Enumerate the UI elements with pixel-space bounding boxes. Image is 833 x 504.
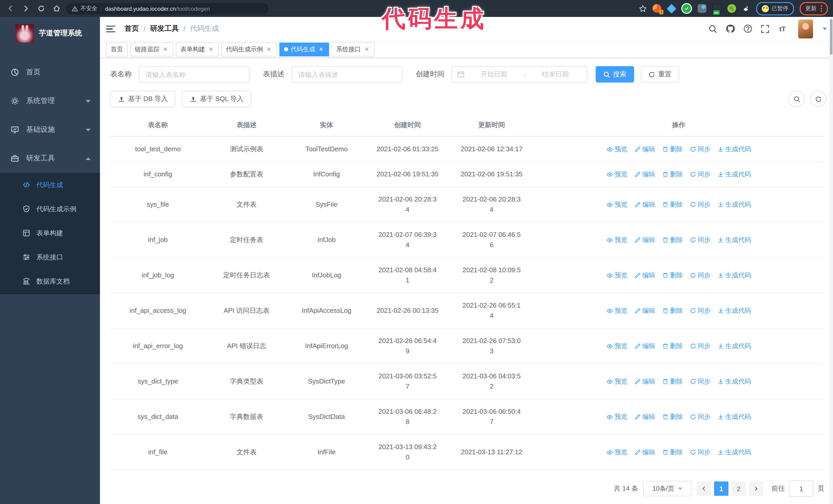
table-name-input[interactable] — [145, 70, 244, 79]
action-delete[interactable]: 删除 — [662, 144, 683, 154]
action-generate[interactable]: 生成代码 — [718, 306, 751, 316]
action-generate[interactable]: 生成代码 — [718, 199, 751, 210]
goto-page-input[interactable] — [789, 480, 813, 497]
close-icon[interactable]: ✕ — [208, 46, 214, 53]
sidebar-item-system[interactable]: 系统管理 — [0, 87, 100, 115]
action-delete[interactable]: 删除 — [662, 199, 683, 210]
action-edit[interactable]: 编辑 — [635, 199, 655, 210]
action-sync[interactable]: 同步 — [690, 235, 711, 245]
tag-codegen-demo[interactable]: 代码生成示例✕ — [221, 43, 277, 56]
action-generate[interactable]: 生成代码 — [718, 376, 751, 387]
action-generate[interactable]: 生成代码 — [718, 412, 751, 422]
toggle-search-button[interactable] — [788, 91, 805, 107]
action-edit[interactable]: 编辑 — [635, 306, 655, 316]
close-icon[interactable]: ✕ — [318, 46, 325, 53]
action-sync[interactable]: 同步 — [690, 447, 711, 457]
action-delete[interactable]: 删除 — [662, 447, 683, 457]
action-sync[interactable]: 同步 — [690, 341, 711, 351]
extensions-puzzle-icon[interactable] — [742, 4, 751, 13]
action-generate[interactable]: 生成代码 — [718, 341, 751, 351]
action-delete[interactable]: 删除 — [662, 306, 683, 316]
action-edit[interactable]: 编辑 — [635, 341, 655, 351]
tag-tracing[interactable]: 链路追踪✕ — [130, 43, 173, 56]
sidebar-item-system-api[interactable]: 系统接口 — [0, 245, 100, 269]
action-preview[interactable]: 预览 — [606, 144, 627, 154]
breadcrumb-home[interactable]: 首页 — [124, 24, 139, 33]
back-icon[interactable] — [6, 4, 14, 13]
fullscreen-icon[interactable] — [760, 24, 770, 34]
action-preview[interactable]: 预览 — [606, 306, 627, 316]
scrollbar-thumb[interactable] — [830, 19, 832, 55]
extension-icon-3[interactable] — [681, 3, 692, 14]
action-sync[interactable]: 同步 — [690, 144, 711, 154]
sidebar-item-codegen-demo[interactable]: 代码生成示例 — [0, 197, 100, 221]
sidebar-item-form-builder[interactable]: 表单构建 — [0, 221, 100, 245]
action-delete[interactable]: 删除 — [662, 169, 683, 179]
action-sync[interactable]: 同步 — [690, 199, 711, 210]
close-icon[interactable]: ✕ — [162, 46, 169, 53]
hamburger-icon[interactable] — [106, 24, 116, 34]
action-preview[interactable]: 预览 — [606, 270, 627, 281]
action-delete[interactable]: 删除 — [662, 341, 683, 351]
action-edit[interactable]: 编辑 — [635, 169, 655, 179]
action-delete[interactable]: 删除 — [662, 412, 683, 422]
action-delete[interactable]: 删除 — [662, 235, 683, 245]
sidebar-item-infra[interactable]: 基础设施 — [0, 115, 100, 144]
sidebar-item-home[interactable]: 首页 — [0, 58, 100, 87]
close-icon[interactable]: ✕ — [363, 46, 370, 53]
action-preview[interactable]: 预览 — [606, 235, 627, 245]
profile-paused-pill[interactable]: 已暂停 — [756, 2, 794, 15]
action-edit[interactable]: 编辑 — [635, 376, 655, 387]
action-delete[interactable]: 删除 — [662, 270, 683, 281]
prev-page-button[interactable] — [697, 481, 711, 496]
browser-menu-icon[interactable] — [821, 5, 822, 12]
tag-home[interactable]: 首页 — [106, 43, 128, 56]
action-delete[interactable]: 删除 — [662, 376, 683, 387]
action-sync[interactable]: 同步 — [690, 169, 711, 179]
action-generate[interactable]: 生成代码 — [718, 169, 751, 179]
action-preview[interactable]: 预览 — [606, 169, 627, 179]
sidebar-item-devtools[interactable]: 研发工具 — [0, 144, 100, 173]
sidebar-item-db-doc[interactable]: 数据库文档 — [0, 269, 100, 293]
home-icon[interactable] — [52, 4, 61, 13]
extension-icon-4[interactable] — [698, 4, 706, 13]
action-preview[interactable]: 预览 — [606, 376, 627, 387]
date-range-picker[interactable]: 开始日期 - 结束日期 — [452, 66, 588, 82]
next-page-button[interactable] — [749, 481, 763, 496]
breadcrumb-devtools[interactable]: 研发工具 — [150, 24, 179, 33]
import-sql-button[interactable]: 基于 SQL 导入 — [182, 91, 252, 107]
action-edit[interactable]: 编辑 — [635, 235, 655, 245]
action-generate[interactable]: 生成代码 — [718, 447, 751, 457]
search-button[interactable]: 搜索 — [596, 66, 634, 82]
tag-codegen[interactable]: 代码生成✕ — [279, 43, 329, 56]
refresh-table-button[interactable] — [810, 91, 826, 107]
extension-icon-1[interactable]: 1 — [652, 4, 661, 13]
action-generate[interactable]: 生成代码 — [718, 235, 751, 245]
close-icon[interactable]: ✕ — [265, 46, 272, 53]
header-search-icon[interactable] — [708, 24, 718, 34]
help-icon[interactable] — [743, 24, 753, 34]
scrollbar[interactable] — [829, 17, 833, 504]
page-button-1[interactable]: 1 — [714, 481, 729, 496]
page-button-2[interactable]: 2 — [732, 481, 746, 496]
tag-form-builder[interactable]: 表单构建✕ — [176, 43, 219, 56]
action-sync[interactable]: 同步 — [690, 270, 711, 281]
browser-update-button[interactable]: 更新 — [800, 2, 828, 15]
sidebar-item-codegen[interactable]: 代码生成 — [0, 173, 100, 197]
reload-icon[interactable] — [37, 4, 45, 13]
reset-button[interactable]: 重置 — [641, 66, 679, 82]
action-edit[interactable]: 编辑 — [635, 447, 655, 457]
extension-icon-6[interactable] — [728, 4, 736, 13]
avatar-dropdown-caret[interactable] — [823, 28, 827, 30]
github-icon[interactable] — [725, 24, 735, 34]
action-preview[interactable]: 预览 — [606, 412, 627, 422]
action-edit[interactable]: 编辑 — [635, 144, 655, 154]
action-preview[interactable]: 预览 — [606, 199, 627, 210]
avatar[interactable] — [798, 20, 813, 39]
action-preview[interactable]: 预览 — [606, 341, 627, 351]
forward-icon[interactable] — [22, 4, 30, 13]
table-desc-input[interactable] — [297, 70, 397, 79]
tag-system-api[interactable]: 系统接口✕ — [332, 43, 375, 56]
action-edit[interactable]: 编辑 — [635, 412, 655, 422]
action-sync[interactable]: 同步 — [690, 306, 711, 316]
